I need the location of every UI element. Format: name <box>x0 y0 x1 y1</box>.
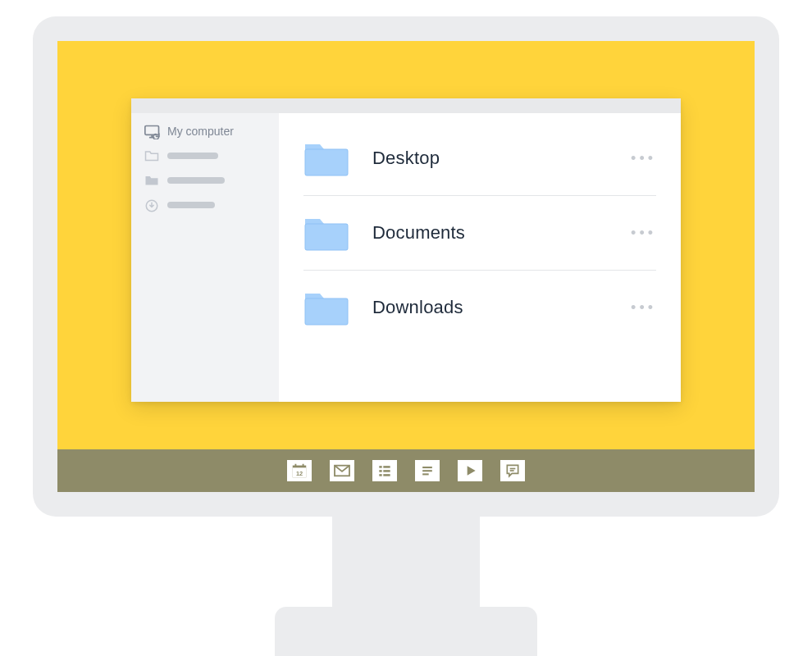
folder-icon <box>303 289 349 326</box>
desktop-screen: My computer <box>57 41 755 492</box>
svg-rect-4 <box>305 149 348 175</box>
computer-sync-icon <box>144 125 159 138</box>
svg-rect-5 <box>305 224 348 250</box>
folder-name: Downloads <box>372 297 608 318</box>
svg-rect-10 <box>303 464 304 467</box>
folder-row[interactable]: Documents ••• <box>303 195 656 270</box>
svg-rect-16 <box>383 470 390 472</box>
svg-rect-17 <box>379 474 381 476</box>
folder-row[interactable]: Desktop ••• <box>303 121 656 195</box>
folder-solid-icon <box>144 174 159 187</box>
folder-icon <box>303 139 349 177</box>
download-circle-icon <box>144 198 159 212</box>
sidebar-item-label <box>167 153 218 159</box>
calendar-icon[interactable]: 12 <box>287 460 312 481</box>
folder-name: Documents <box>372 222 608 244</box>
sidebar-item-placeholder-3[interactable] <box>144 198 266 212</box>
monitor-stand-neck <box>332 515 480 613</box>
more-options-icon[interactable]: ••• <box>631 225 656 242</box>
svg-rect-14 <box>383 466 390 468</box>
svg-rect-21 <box>422 473 429 475</box>
sidebar-item-placeholder-2[interactable] <box>144 174 266 187</box>
folder-row[interactable]: Downloads ••• <box>303 270 656 344</box>
svg-rect-20 <box>422 470 432 472</box>
window-titlebar[interactable] <box>131 98 681 113</box>
more-options-icon[interactable]: ••• <box>631 150 656 167</box>
document-icon[interactable] <box>415 460 440 481</box>
sidebar-item-label <box>167 202 215 208</box>
chat-icon[interactable] <box>500 460 525 481</box>
monitor-bezel: My computer <box>33 16 779 517</box>
play-icon[interactable] <box>458 460 482 481</box>
svg-rect-13 <box>379 466 381 468</box>
svg-rect-19 <box>422 467 432 468</box>
sidebar-item-my-computer[interactable]: My computer <box>144 125 266 138</box>
mail-icon[interactable] <box>330 460 354 481</box>
svg-rect-0 <box>145 126 159 135</box>
sidebar: My computer <box>131 113 279 402</box>
svg-rect-15 <box>379 470 381 472</box>
sidebar-item-label: My computer <box>167 125 234 138</box>
monitor-stand-base <box>275 607 537 656</box>
sidebar-item-placeholder-1[interactable] <box>144 149 266 162</box>
svg-rect-18 <box>383 474 390 476</box>
list-icon[interactable] <box>372 460 397 481</box>
folder-icon <box>303 214 349 252</box>
svg-text:12: 12 <box>296 470 303 477</box>
taskbar: 12 <box>57 449 755 492</box>
file-explorer-window: My computer <box>131 98 681 402</box>
svg-rect-6 <box>305 298 348 325</box>
more-options-icon[interactable]: ••• <box>631 299 656 317</box>
folder-name: Desktop <box>372 148 608 169</box>
sidebar-item-label <box>167 177 225 184</box>
folder-outline-icon <box>144 149 159 162</box>
file-list: Desktop ••• Documents ••• <box>279 113 681 402</box>
svg-rect-9 <box>295 464 297 467</box>
